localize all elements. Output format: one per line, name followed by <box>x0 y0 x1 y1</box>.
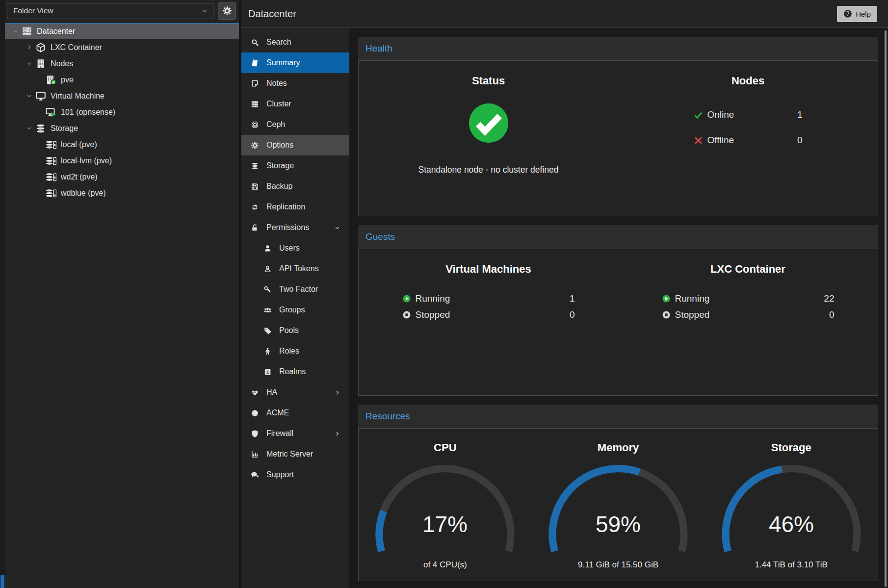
resources-panel-header: Resources <box>358 405 878 428</box>
tree-item-label: local (pve) <box>61 140 97 149</box>
tree-item-datacenter[interactable]: Datacenter <box>5 23 239 39</box>
menu-item-label: ACME <box>266 409 289 417</box>
gauge-heading: CPU <box>359 441 532 454</box>
cube-icon <box>34 42 47 53</box>
tree-item-nodes[interactable]: Nodes <box>5 55 239 72</box>
stop-circle-icon <box>662 310 671 319</box>
resource-gauge-cpu: CPU17%of 4 CPU(s) <box>359 441 532 581</box>
tree-item-local-lvm-pve[interactable]: local-lvm (pve) <box>5 153 239 169</box>
menu-item-summary[interactable]: Summary <box>241 52 349 73</box>
guest-row-value: 1 <box>570 293 575 304</box>
menu-item-realms[interactable]: Realms <box>241 361 349 382</box>
tree-scrollbar-thumb[interactable] <box>0 575 4 588</box>
topbar: Datacenter Help <box>241 0 888 28</box>
right-pane: Datacenter Help SearchSummaryNotesCluste… <box>241 0 888 588</box>
menu-item-pools[interactable]: Pools <box>241 320 349 341</box>
monitor-icon <box>34 91 47 102</box>
menu-item-two-factor[interactable]: Two Factor <box>241 279 349 300</box>
menu-item-metric-server[interactable]: Metric Server <box>241 444 349 464</box>
menu-item-acme[interactable]: ACME <box>241 403 349 423</box>
gauge-detail: of 4 CPU(s) <box>359 560 532 570</box>
menu-item-api-tokens[interactable]: API Tokens <box>241 258 349 279</box>
menu-item-label: Firewall <box>266 429 293 438</box>
help-button-label: Help <box>856 10 871 18</box>
expander-down-icon[interactable] <box>25 60 34 67</box>
tree-item-label: 101 (opnsense) <box>61 108 115 117</box>
xmark-icon <box>694 136 703 145</box>
datacenter-menu: SearchSummaryNotesClusterCephOptionsStor… <box>241 28 349 588</box>
content-scrollbar[interactable] <box>885 30 887 587</box>
help-button[interactable]: Help <box>837 6 877 22</box>
guest-row-label: Running <box>675 293 824 304</box>
tree-scrollbar[interactable] <box>0 0 5 588</box>
menu-item-notes[interactable]: Notes <box>241 73 349 94</box>
cluster-status-column: Status Standalone node - no cluster defi… <box>359 75 618 216</box>
tree-settings-button[interactable] <box>218 2 236 20</box>
caret-down-icon[interactable] <box>334 217 340 238</box>
book-icon <box>250 59 260 67</box>
health-panel: Health Status Standalone node - no clust… <box>358 37 878 216</box>
expander-down-icon[interactable] <box>25 125 34 131</box>
gauge-percent: 17% <box>422 511 468 537</box>
menu-item-label: Groups <box>279 306 305 314</box>
tree-item-wd2t-pve[interactable]: wd2t (pve) <box>5 169 239 185</box>
guest-row-value: 22 <box>824 293 834 304</box>
menu-item-replication[interactable]: Replication <box>241 197 349 217</box>
view-mode-select[interactable]: Folder View <box>7 3 213 19</box>
menu-item-roles[interactable]: Roles <box>241 341 349 361</box>
tree-item-label: pve <box>61 76 74 84</box>
tree-item-label: wdblue (pve) <box>61 189 106 198</box>
tree-item-storage[interactable]: Storage <box>5 120 239 136</box>
tree-item-101-opnsense[interactable]: 101 (opnsense) <box>5 104 239 120</box>
guests-panel: Guests Virtual MachinesRunning1Stopped0L… <box>358 225 878 396</box>
tree-item-label: local-lvm (pve) <box>61 156 112 165</box>
expander-right-icon[interactable] <box>25 44 34 51</box>
menu-item-groups[interactable]: Groups <box>241 300 349 320</box>
tree-item-local-pve[interactable]: local (pve) <box>5 136 239 153</box>
menu-item-label: Cluster <box>266 100 291 108</box>
menu-item-storage[interactable]: Storage <box>241 155 349 176</box>
tree-item-label: LXC Container <box>51 43 102 52</box>
storage-disk-icon <box>44 155 57 166</box>
expander-down-icon[interactable] <box>25 93 34 99</box>
resource-tree-panel: Folder View DatacenterLXC ContainerNodes… <box>0 0 239 588</box>
resource-gauge-storage: Storage46%1.44 TiB of 3.10 TiB <box>705 441 878 581</box>
menu-item-firewall[interactable]: Firewall <box>241 423 349 444</box>
app: Folder View DatacenterLXC ContainerNodes… <box>0 0 888 588</box>
caret-right-icon[interactable] <box>334 382 340 403</box>
guest-column-heading: LXC Container <box>618 263 878 276</box>
server-stack-icon <box>20 26 33 37</box>
tree-item-virtual-machine[interactable]: Virtual Machine <box>5 88 239 104</box>
resource-gauge-memory: Memory59%9.11 GiB of 15.50 GiB <box>532 441 705 581</box>
nodes-column: Nodes Online1Offline0 <box>618 75 878 216</box>
menu-item-ceph[interactable]: Ceph <box>241 114 349 135</box>
caret-right-icon[interactable] <box>334 423 340 444</box>
guest-rows: Running1Stopped0 <box>402 290 575 323</box>
building-online-icon <box>44 75 57 85</box>
menu-item-search[interactable]: Search <box>241 32 349 52</box>
storage-disk-low-icon <box>44 188 57 199</box>
health-panel-body: Status Standalone node - no cluster defi… <box>358 60 878 216</box>
stop-circle-icon <box>402 310 411 319</box>
menu-item-cluster[interactable]: Cluster <box>241 94 349 114</box>
menu-item-users[interactable]: Users <box>241 238 349 258</box>
node-status-value: 1 <box>797 109 803 120</box>
health-panel-header: Health <box>358 37 878 60</box>
tree-item-pve[interactable]: pve <box>5 72 239 88</box>
tag-icon <box>263 327 272 335</box>
menu-item-permissions[interactable]: Permissions <box>241 217 349 238</box>
content: Health Status Standalone node - no clust… <box>349 28 888 588</box>
menu-item-options[interactable]: Options <box>241 135 349 155</box>
tree-item-lxc-container[interactable]: LXC Container <box>5 39 239 55</box>
tree-item-wdblue-pve[interactable]: wdblue (pve) <box>5 185 239 201</box>
menu-item-label: Backup <box>266 182 292 191</box>
repeat-icon <box>250 203 260 211</box>
shield-icon <box>250 430 260 438</box>
gauge-arc: 46% <box>705 465 878 559</box>
menu-item-ha[interactable]: HA <box>241 382 349 403</box>
health-panel-title: Health <box>366 43 392 54</box>
menu-item-support[interactable]: Support <box>241 464 349 485</box>
menu-item-backup[interactable]: Backup <box>241 176 349 197</box>
expander-down-icon[interactable] <box>11 28 20 34</box>
bar-chart-icon <box>250 450 260 459</box>
